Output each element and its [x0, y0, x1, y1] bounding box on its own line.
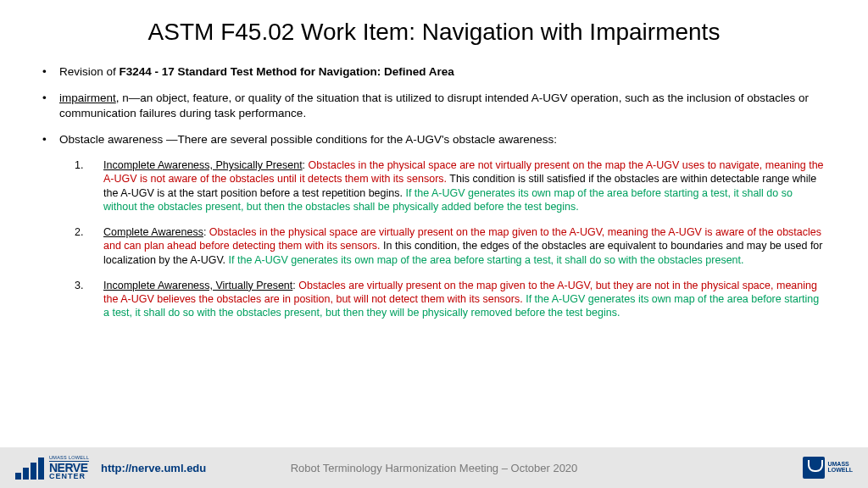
num-text: Incomplete Awareness, Physically Present… — [103, 158, 826, 214]
nerve-logo: UMASS LOWELL NERVE CENTER — [15, 456, 89, 480]
bar — [23, 468, 29, 480]
bullet-text: Obstacle awareness —There are several po… — [59, 132, 826, 147]
content-area: • Revision of F3244 - 17 Standard Test M… — [0, 53, 868, 447]
bullet-text: impairment, n—an object, feature, or qua… — [59, 91, 826, 120]
num-text: Complete Awareness: Obstacles in the phy… — [103, 225, 826, 267]
bar — [31, 463, 36, 480]
n1-title: Incomplete Awareness, Physically Present — [103, 159, 303, 171]
bullet-text: Revision of F3244 - 17 Standard Test Met… — [59, 64, 826, 79]
bullet-marker: • — [42, 91, 59, 120]
num-text: Incomplete Awareness, Virtually Present:… — [103, 279, 826, 320]
n3-title: Incomplete Awareness, Virtually Present — [103, 280, 292, 291]
bullet-1: • Revision of F3244 - 17 Standard Test M… — [42, 64, 826, 79]
umass-logo: UMASS LOWELL — [803, 457, 853, 479]
nerve-sub: CENTER — [49, 473, 89, 480]
footer-center-text: Robot Terminology Harmonization Meeting … — [291, 462, 578, 474]
numbered-list: 1. Incomplete Awareness, Physically Pres… — [75, 158, 826, 320]
bullet-marker: • — [42, 132, 59, 147]
num-item-1: 1. Incomplete Awareness, Physically Pres… — [75, 158, 826, 214]
slide: ASTM F45.02 Work Item: Navigation with I… — [0, 0, 868, 488]
footer-bar: UMASS LOWELL NERVE CENTER http://nerve.u… — [0, 447, 868, 488]
bar — [38, 458, 44, 480]
b2-rest: , n—an object, feature, or quality of th… — [59, 92, 809, 119]
num-marker: 1. — [75, 158, 103, 214]
num-marker: 3. — [75, 279, 103, 320]
num-item-3: 3. Incomplete Awareness, Virtually Prese… — [75, 279, 826, 320]
umass-shield-icon — [803, 457, 825, 479]
b1-bold: F3244 - 17 Standard Test Method for Navi… — [120, 65, 454, 78]
umass-text: UMASS LOWELL — [827, 462, 853, 473]
bullet-marker: • — [42, 64, 59, 79]
url-link[interactable]: http://nerve.uml.edu — [101, 462, 206, 474]
bar — [15, 473, 21, 480]
slide-title: ASTM F45.02 Work Item: Navigation with I… — [0, 0, 868, 53]
umass-l2: LOWELL — [827, 468, 853, 474]
n2-green: If the A-UGV generates its own map of th… — [229, 254, 744, 266]
num-marker: 2. — [75, 225, 103, 267]
nerve-text: UMASS LOWELL NERVE CENTER — [49, 456, 89, 480]
bullet-2: • impairment, n—an object, feature, or q… — [42, 91, 826, 120]
n2-title: Complete Awareness — [103, 226, 203, 238]
bullet-3: • Obstacle awareness —There are several … — [42, 132, 826, 147]
logo-bars-icon — [15, 458, 44, 480]
b2-term: impairment — [59, 92, 116, 104]
num-item-2: 2. Complete Awareness: Obstacles in the … — [75, 225, 826, 267]
b1-pre: Revision of — [59, 65, 120, 78]
